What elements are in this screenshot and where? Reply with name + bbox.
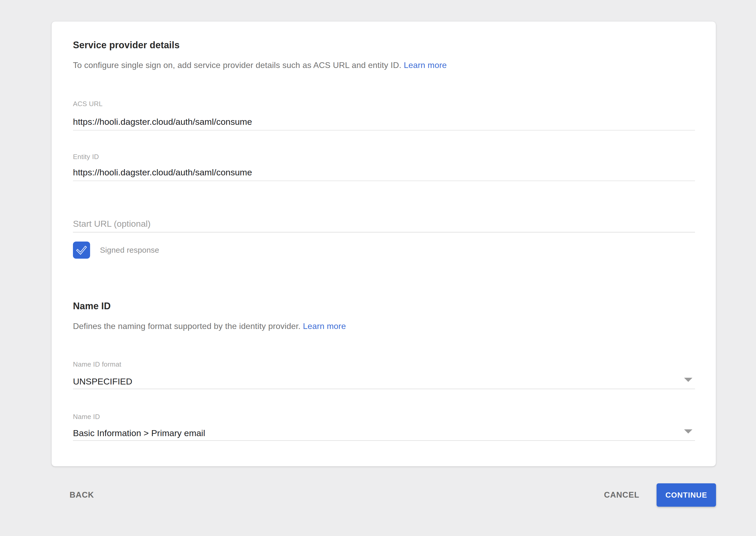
start-url-input[interactable] [73, 215, 695, 232]
signed-response-row: Signed response [73, 242, 159, 259]
section-title-name-id: Name ID [73, 301, 111, 312]
name-id-format-value: UNSPECIFIED [73, 377, 132, 386]
service-provider-description-text: To configure single sign on, add service… [73, 60, 401, 70]
name-id-format-label: Name ID format [73, 360, 121, 368]
section-title-service-provider: Service provider details [73, 40, 180, 50]
back-button[interactable]: BACK [70, 490, 94, 500]
dropdown-arrow-icon[interactable] [684, 378, 692, 382]
continue-button[interactable]: CONTINUE [657, 483, 716, 507]
wizard-footer: BACK CANCEL CONTINUE [70, 483, 716, 507]
signed-response-checkbox[interactable] [73, 242, 90, 259]
footer-right-group: CANCEL CONTINUE [604, 483, 716, 507]
sso-config-page: Service provider details To configure si… [0, 0, 756, 536]
entity-id-input[interactable] [73, 164, 695, 181]
service-provider-card: Service provider details To configure si… [52, 21, 716, 466]
name-id-select[interactable]: Basic Information > Primary email [73, 424, 695, 441]
name-id-description-text: Defines the naming format supported by t… [73, 321, 301, 331]
name-id-description: Defines the naming format supported by t… [73, 321, 695, 331]
name-id-value: Basic Information > Primary email [73, 428, 205, 438]
learn-more-link-name-id[interactable]: Learn more [303, 321, 346, 331]
learn-more-link-service-provider[interactable]: Learn more [404, 60, 447, 70]
check-icon [76, 244, 88, 256]
cancel-button[interactable]: CANCEL [604, 490, 639, 500]
name-id-label: Name ID [73, 413, 100, 421]
acs-url-label: ACS URL [73, 100, 102, 108]
dropdown-arrow-icon[interactable] [684, 429, 692, 434]
name-id-format-select[interactable]: UNSPECIFIED [73, 372, 695, 389]
entity-id-label: Entity ID [73, 153, 99, 161]
acs-url-input[interactable] [73, 114, 695, 130]
service-provider-description: To configure single sign on, add service… [73, 60, 695, 70]
signed-response-label: Signed response [100, 246, 159, 254]
